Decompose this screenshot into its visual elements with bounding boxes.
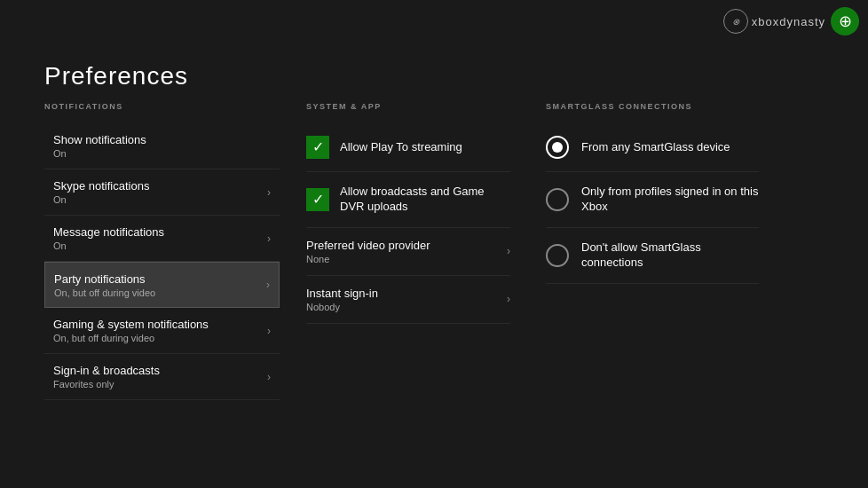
show-notifications-value: On [53,148,271,159]
signin-broadcasts-text: Sign-in & broadcasts Favorites only [53,364,260,390]
only-from-profiles-label: Only from profiles signed in on this Xbo… [581,185,759,215]
dont-allow-smartglass-radio[interactable] [546,244,569,267]
skype-notifications-item[interactable]: Skype notifications On › [44,169,280,216]
signin-broadcasts-item[interactable]: Sign-in & broadcasts Favorites only › [44,354,280,400]
dont-allow-smartglass-item[interactable]: Don't allow SmartGlass connections [546,228,759,284]
only-from-profiles-radio[interactable] [546,188,569,211]
party-notifications-label: Party notifications [54,272,259,286]
skype-notifications-text: Skype notifications On [53,179,260,205]
notifications-column: NOTIFICATIONS Show notifications On Skyp… [44,102,280,470]
system-app-header: SYSTEM & APP [306,102,510,114]
only-from-profiles-item[interactable]: Only from profiles signed in on this Xbo… [546,172,759,228]
allow-broadcasts-label: Allow broadcasts and Game DVR uploads [340,185,510,215]
checkmark-icon: ✓ [312,140,324,154]
system-app-column: SYSTEM & APP ✓ Allow Play To streaming ✓… [306,102,510,470]
signin-broadcasts-value: Favorites only [53,379,260,390]
from-any-smartglass-item[interactable]: From any SmartGlass device [546,123,759,172]
signin-broadcasts-label: Sign-in & broadcasts [53,364,260,377]
from-any-smartglass-label: From any SmartGlass device [581,140,730,155]
gaming-notifications-value: On, but off during video [53,333,260,343]
allow-broadcasts-checkbox[interactable]: ✓ [306,188,329,211]
show-notifications-text: Show notifications On [53,133,271,159]
preferred-video-label: Preferred video provider [306,239,507,252]
gaming-notifications-label: Gaming & system notifications [53,318,260,331]
gaming-notifications-item[interactable]: Gaming & system notifications On, but of… [44,308,280,354]
preferred-video-chevron-icon: › [507,245,510,257]
instant-signin-item[interactable]: Instant sign-in Nobody › [306,276,510,324]
preferred-video-item[interactable]: Preferred video provider None › [306,228,510,276]
logo-badge: ⊗ [723,9,748,34]
show-notifications-label: Show notifications [53,133,271,146]
message-notifications-label: Message notifications [53,225,260,239]
page-title: Preferences [44,62,188,91]
message-chevron-icon: › [267,232,271,245]
notifications-header: NOTIFICATIONS [44,102,280,114]
instant-signin-chevron-icon: › [507,293,510,305]
allow-play-to-item[interactable]: ✓ Allow Play To streaming [306,123,510,172]
skype-notifications-label: Skype notifications [53,179,260,193]
party-notifications-item[interactable]: Party notifications On, but off during v… [44,262,280,308]
party-chevron-icon: › [266,279,270,291]
instant-signin-value: Nobody [306,302,507,312]
signin-chevron-icon: › [267,371,271,383]
preferred-video-text: Preferred video provider None [306,239,507,264]
smartglass-header: SMARTGLASS CONNECTIONS [546,102,759,114]
broadcasts-checkmark-icon: ✓ [312,193,324,207]
from-any-smartglass-radio[interactable] [546,136,569,159]
party-notifications-text: Party notifications On, but off during v… [54,272,259,298]
instant-signin-label: Instant sign-in [306,287,507,300]
smartglass-column: SMARTGLASS CONNECTIONS From any SmartGla… [546,102,759,470]
party-notifications-value: On, but off during video [54,287,259,298]
dont-allow-smartglass-label: Don't allow SmartGlass connections [581,240,759,271]
allow-broadcasts-item[interactable]: ✓ Allow broadcasts and Game DVR uploads [306,172,510,228]
message-notifications-item[interactable]: Message notifications On › [44,216,280,262]
preferred-video-value: None [306,254,507,264]
xboxdynasty-logo: ⊗ xboxdynasty [723,9,825,34]
show-notifications-item[interactable]: Show notifications On [44,123,280,169]
allow-play-to-label: Allow Play To streaming [340,140,462,155]
message-notifications-value: On [53,240,260,251]
instant-signin-text: Instant sign-in Nobody [306,287,507,312]
logo-area: ⊗ xboxdynasty ⊕ [723,7,859,35]
xbox-icon: ⊕ [831,7,859,35]
main-content: NOTIFICATIONS Show notifications On Skyp… [44,102,850,470]
skype-notifications-value: On [53,194,260,205]
message-notifications-text: Message notifications On [53,225,260,251]
gaming-chevron-icon: › [267,325,271,337]
gaming-notifications-text: Gaming & system notifications On, but of… [53,318,260,343]
skype-chevron-icon: › [267,186,271,199]
logo-text: xboxdynasty [752,15,825,28]
allow-play-to-checkbox[interactable]: ✓ [306,136,329,159]
